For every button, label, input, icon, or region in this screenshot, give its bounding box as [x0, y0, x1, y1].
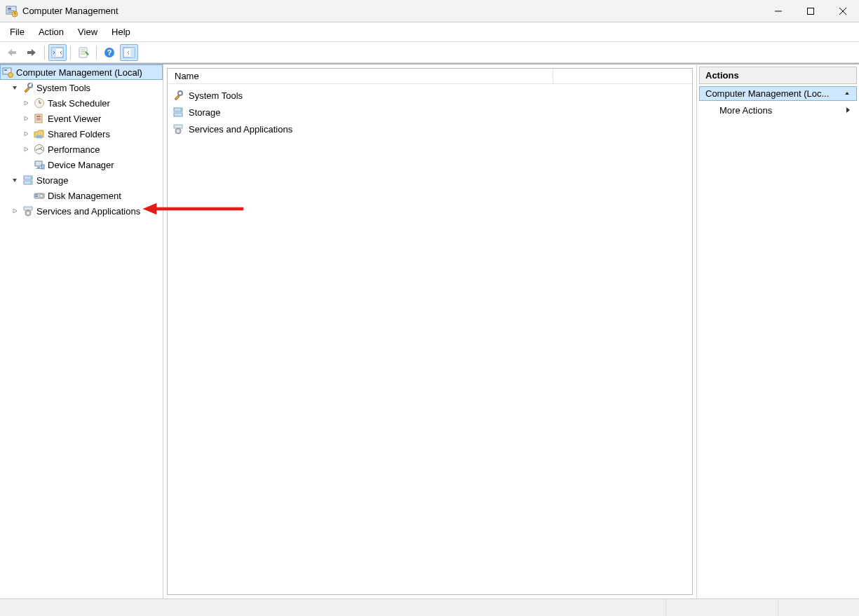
tree-label: System Tools [36, 83, 90, 93]
tree-node-device-manager[interactable]: Device Manager [0, 157, 163, 172]
services-icon [22, 205, 34, 217]
clock-icon [33, 97, 46, 109]
main-area: Computer Management (Local) System Tools… [0, 63, 859, 598]
computer-management-icon [1, 66, 14, 78]
chevron-right-icon[interactable] [21, 130, 31, 137]
svg-point-34 [30, 182, 32, 184]
chevron-right-icon[interactable] [21, 115, 31, 122]
chevron-right-icon[interactable] [21, 100, 31, 107]
svg-point-25 [39, 135, 43, 139]
tree-node-storage[interactable]: Storage [0, 172, 163, 188]
column-header-row: Name [168, 69, 692, 84]
tree-label: Storage [36, 175, 69, 186]
properties-button[interactable] [74, 44, 93, 61]
tools-icon [172, 89, 184, 102]
menu-file[interactable]: File [3, 22, 32, 41]
tree: Computer Management (Local) System Tools… [0, 64, 163, 219]
event-viewer-icon [33, 112, 46, 125]
svg-rect-46 [174, 125, 182, 128]
list-view: Name System Tools Storage Services and A… [167, 68, 693, 595]
menu-action[interactable]: Action [32, 22, 71, 41]
actions-pane: Actions Computer Management (Loc... More… [696, 64, 859, 598]
actions-header: Actions [699, 67, 857, 84]
show-hide-action-pane-button[interactable] [120, 44, 138, 61]
chevron-right-icon[interactable] [10, 207, 20, 214]
svg-rect-10 [52, 48, 56, 57]
list-item-storage[interactable]: Storage [172, 104, 688, 121]
tree-root[interactable]: Computer Management (Local) [0, 64, 163, 80]
close-button[interactable] [827, 0, 859, 22]
svg-rect-6 [808, 8, 814, 14]
svg-rect-17 [4, 69, 7, 71]
maximize-button[interactable] [794, 0, 827, 22]
chevron-down-icon[interactable] [10, 177, 20, 184]
toolbar-separator [44, 46, 45, 60]
tree-label: Shared Folders [48, 129, 110, 139]
forward-button[interactable] [22, 44, 41, 61]
svg-point-36 [40, 194, 43, 198]
actions-section-header[interactable]: Computer Management (Loc... [699, 86, 857, 101]
list-item-label: Storage [189, 107, 221, 118]
minimize-button[interactable] [762, 0, 794, 22]
tree-label: Task Scheduler [48, 98, 110, 109]
tree-node-disk-management[interactable]: Disk Management [0, 188, 163, 203]
svg-rect-30 [41, 165, 44, 169]
tree-label: Services and Applications [36, 206, 140, 217]
chevron-right-icon[interactable] [21, 146, 31, 153]
tree-label: Computer Management (Local) [16, 67, 142, 78]
tree-label: Device Manager [48, 160, 114, 170]
chevron-up-icon[interactable] [844, 88, 851, 99]
svg-rect-28 [37, 167, 40, 168]
menu-help[interactable]: Help [104, 22, 137, 41]
svg-text:?: ? [107, 48, 112, 57]
list-item-label: System Tools [189, 90, 243, 101]
center-pane: Name System Tools Storage Services and A… [163, 64, 696, 598]
tools-icon [22, 81, 34, 94]
help-button[interactable]: ? [100, 44, 119, 61]
list-item-label: Services and Applications [189, 124, 292, 135]
shared-folders-icon [33, 128, 46, 140]
tree-node-system-tools[interactable]: System Tools [0, 80, 163, 95]
tree-node-performance[interactable]: Performance [0, 142, 163, 157]
menu-bar: File Action View Help [0, 22, 859, 42]
storage-icon [172, 106, 184, 118]
list-item-services[interactable]: Services and Applications [172, 121, 688, 137]
svg-rect-37 [35, 194, 38, 196]
menu-view[interactable]: View [71, 22, 104, 41]
status-segment [778, 599, 859, 616]
column-header-name[interactable]: Name [168, 69, 553, 83]
disk-icon [33, 189, 46, 202]
tree-label: Performance [48, 144, 100, 155]
tree-node-task-scheduler[interactable]: Task Scheduler [0, 95, 163, 111]
back-button[interactable] [3, 44, 21, 61]
actions-section-label: Computer Management (Loc... [705, 88, 829, 99]
status-segment [0, 599, 666, 616]
tree-label: Event Viewer [48, 114, 101, 124]
tree-node-event-viewer[interactable]: Event Viewer [0, 111, 163, 126]
show-hide-tree-button[interactable] [48, 44, 67, 61]
toolbar-separator [70, 46, 71, 60]
svg-rect-44 [174, 113, 182, 116]
more-actions-label: More Actions [719, 105, 772, 116]
svg-rect-1 [8, 8, 11, 10]
actions-more-actions[interactable]: More Actions [697, 101, 859, 120]
tree-node-shared-folders[interactable]: Shared Folders [0, 126, 163, 142]
tree-label: Disk Management [48, 191, 121, 201]
chevron-down-icon[interactable] [10, 84, 20, 91]
svg-rect-15 [130, 48, 135, 57]
svg-point-42 [178, 91, 182, 95]
device-manager-icon [33, 158, 46, 171]
svg-point-41 [27, 212, 29, 214]
tree-pane: Computer Management (Local) System Tools… [0, 64, 163, 598]
svg-rect-20 [30, 83, 32, 85]
tree-node-services[interactable]: Services and Applications [0, 203, 163, 219]
services-icon [172, 123, 184, 135]
status-bar [0, 598, 859, 616]
app-icon [6, 5, 18, 18]
svg-point-33 [30, 177, 32, 179]
performance-icon [33, 143, 46, 156]
list-item-system-tools[interactable]: System Tools [172, 87, 688, 104]
window-title: Computer Management [22, 6, 119, 16]
storage-icon [22, 174, 34, 186]
svg-point-18 [8, 73, 13, 78]
